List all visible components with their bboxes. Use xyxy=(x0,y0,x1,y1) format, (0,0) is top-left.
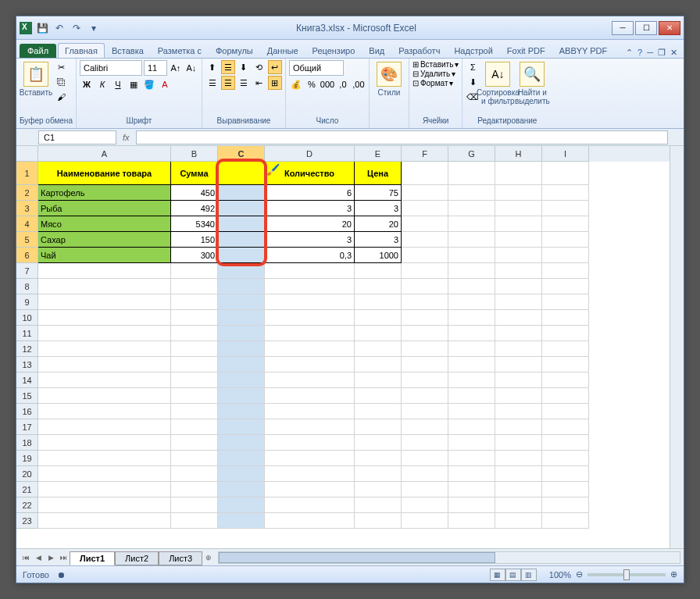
cell-G14[interactable] xyxy=(448,373,495,388)
zoom-slider[interactable] xyxy=(588,573,666,576)
sheet-nav-first[interactable]: ⏮ xyxy=(20,551,32,564)
cell-B4[interactable]: 5340 xyxy=(171,216,218,232)
font-size-select[interactable]: 11 xyxy=(144,60,167,76)
font-name-select[interactable]: Calibri xyxy=(80,60,142,76)
cell-B16[interactable] xyxy=(171,404,218,419)
row-header-8[interactable]: 8 xyxy=(16,279,38,294)
cell-E21[interactable] xyxy=(355,482,402,497)
mdi-close-icon[interactable]: ✕ xyxy=(670,48,677,58)
cell-G12[interactable] xyxy=(448,341,495,357)
cell-B6[interactable]: 300 xyxy=(171,248,218,263)
cell-D12[interactable] xyxy=(265,341,355,357)
cell-I15[interactable] xyxy=(542,388,589,404)
align-middle-button[interactable]: ☰ xyxy=(221,60,235,74)
paste-button[interactable]: 📋 Вставить xyxy=(20,60,52,98)
macro-rec-icon[interactable]: ⏺ xyxy=(57,570,66,579)
cell-H13[interactable] xyxy=(495,357,542,373)
save-button[interactable]: 💾 xyxy=(35,21,49,35)
cell-C12[interactable] xyxy=(218,341,265,357)
cell-B11[interactable] xyxy=(171,326,218,341)
cell-I22[interactable] xyxy=(542,497,589,513)
cell-D4[interactable]: 20 xyxy=(265,216,355,232)
name-box[interactable]: C1 xyxy=(38,130,116,144)
merge-button[interactable]: ⊞ xyxy=(268,76,282,90)
row-header-10[interactable]: 10 xyxy=(16,310,38,326)
cell-A8[interactable] xyxy=(38,279,171,294)
cell-D3[interactable]: 3 xyxy=(265,201,355,216)
row-header-17[interactable]: 17 xyxy=(16,419,38,435)
cell-E4[interactable]: 20 xyxy=(355,216,402,232)
cell-F8[interactable] xyxy=(402,279,448,294)
cell-H11[interactable] xyxy=(495,326,542,341)
border-button[interactable]: ▦ xyxy=(127,77,141,91)
cell-E16[interactable] xyxy=(355,404,402,419)
cell-F19[interactable] xyxy=(402,451,448,466)
cell-E20[interactable] xyxy=(355,466,402,482)
horizontal-scrollbar[interactable] xyxy=(218,551,680,564)
row-header-19[interactable]: 19 xyxy=(16,451,38,466)
cell-D20[interactable] xyxy=(265,466,355,482)
row-header-20[interactable]: 20 xyxy=(16,466,38,482)
cell-C11[interactable] xyxy=(218,326,265,341)
cell-G9[interactable] xyxy=(448,294,495,310)
row-header-11[interactable]: 11 xyxy=(16,326,38,341)
sheet-nav-next[interactable]: ▶ xyxy=(45,551,57,564)
cell-A23[interactable] xyxy=(38,513,171,529)
cell-I13[interactable] xyxy=(542,357,589,373)
cell-G23[interactable] xyxy=(448,513,495,529)
cell-D16[interactable] xyxy=(265,404,355,419)
cell-E12[interactable] xyxy=(355,341,402,357)
cell-G3[interactable] xyxy=(448,201,495,216)
ribbon-tab-4[interactable]: Данные xyxy=(260,43,305,58)
cell-A18[interactable] xyxy=(38,435,171,451)
cell-F5[interactable] xyxy=(402,232,448,248)
cell-G18[interactable] xyxy=(448,435,495,451)
ribbon-tab-10[interactable]: ABBYY PDF xyxy=(552,43,615,58)
cell-A15[interactable] xyxy=(38,388,171,404)
number-format-select[interactable]: Общий xyxy=(289,60,344,76)
redo-button[interactable]: ↷ xyxy=(70,21,84,35)
grow-font-button[interactable]: A↑ xyxy=(169,61,183,75)
cell-F7[interactable] xyxy=(402,263,448,279)
ribbon-tab-9[interactable]: Foxit PDF xyxy=(500,43,552,58)
cell-B18[interactable] xyxy=(171,435,218,451)
italic-button[interactable]: К xyxy=(95,77,109,91)
cell-F11[interactable] xyxy=(402,326,448,341)
col-header-H[interactable]: H xyxy=(495,146,542,162)
cell-H15[interactable] xyxy=(495,388,542,404)
cell-A5[interactable]: Сахар xyxy=(38,232,171,248)
find-select-button[interactable]: 🔍 Найти и выделить xyxy=(516,60,548,107)
cell-F14[interactable] xyxy=(402,373,448,388)
fill-button[interactable]: ⬇ xyxy=(466,75,480,89)
cell-G11[interactable] xyxy=(448,326,495,341)
cell-G2[interactable] xyxy=(448,185,495,201)
cell-A21[interactable] xyxy=(38,482,171,497)
cell-H12[interactable] xyxy=(495,341,542,357)
cell-A2[interactable]: Картофель xyxy=(38,185,171,201)
mdi-restore-icon[interactable]: ❐ xyxy=(658,48,666,58)
cell-C2[interactable] xyxy=(218,185,265,201)
cell-G19[interactable] xyxy=(448,451,495,466)
cells-container[interactable]: Наименование товараСуммаКоличествоЦенаКа… xyxy=(38,162,670,529)
cell-F12[interactable] xyxy=(402,341,448,357)
cell-B12[interactable] xyxy=(171,341,218,357)
cell-G5[interactable] xyxy=(448,232,495,248)
cell-I21[interactable] xyxy=(542,482,589,497)
cell-E8[interactable] xyxy=(355,279,402,294)
cell-H16[interactable] xyxy=(495,404,542,419)
cell-A13[interactable] xyxy=(38,357,171,373)
cell-C14[interactable] xyxy=(218,373,265,388)
cell-G6[interactable] xyxy=(448,248,495,263)
cell-F16[interactable] xyxy=(402,404,448,419)
cell-H7[interactable] xyxy=(495,263,542,279)
cell-I9[interactable] xyxy=(542,294,589,310)
cell-F15[interactable] xyxy=(402,388,448,404)
cell-H1[interactable] xyxy=(495,162,542,185)
cell-F2[interactable] xyxy=(402,185,448,201)
row-header-16[interactable]: 16 xyxy=(16,404,38,419)
wrap-text-button[interactable]: ↩ xyxy=(268,60,282,74)
cell-D15[interactable] xyxy=(265,388,355,404)
cell-H20[interactable] xyxy=(495,466,542,482)
cell-D9[interactable] xyxy=(265,294,355,310)
cell-C16[interactable] xyxy=(218,404,265,419)
